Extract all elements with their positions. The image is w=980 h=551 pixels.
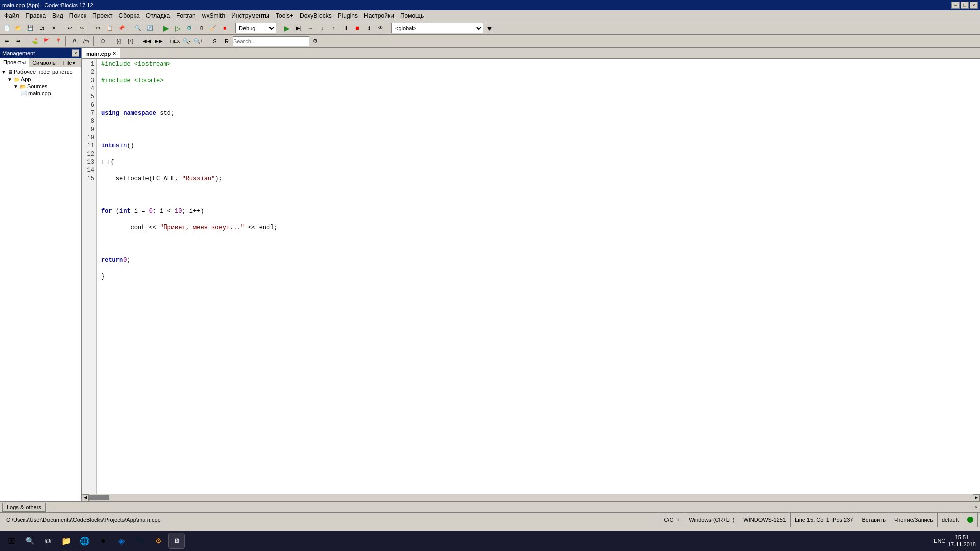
copy-button[interactable]: 📋 (104, 22, 115, 34)
tree-workspace[interactable]: ▼ 🖥 Рабочее пространство (1, 68, 80, 76)
sidebar-tab-file[interactable]: File ▸ (60, 58, 80, 67)
bottom-close-button[interactable]: × (975, 504, 978, 510)
taskbar-edge-button[interactable]: 🌐 (77, 533, 93, 549)
sidebar-tab-projects[interactable]: Проекты (0, 58, 29, 67)
global-select[interactable]: <global> (391, 23, 483, 33)
taskbar-explorer-button[interactable]: 📁 (58, 533, 75, 549)
horizontal-scrollbar[interactable]: ◀ ▶ (82, 494, 980, 501)
bookmark-prev[interactable]: ⛳ (29, 36, 40, 47)
redo-button[interactable]: ↪ (76, 22, 87, 34)
debug-run-to-cursor[interactable]: ▶| (293, 22, 304, 34)
bookmark-toggle[interactable]: 🚩 (41, 36, 52, 47)
menu-search[interactable]: Поиск (66, 10, 89, 21)
stop-button[interactable]: ■ (219, 22, 230, 34)
debug-info[interactable]: ℹ (363, 22, 375, 34)
build-target-select[interactable]: Debug Release (235, 23, 276, 33)
taskbar-start-button[interactable]: ⊞ (3, 533, 19, 549)
taskbar-chrome-button[interactable]: ● (95, 533, 111, 549)
jump-fwd[interactable]: ▶▶ (153, 36, 164, 47)
run-button[interactable]: ▷ (172, 22, 183, 34)
editor-tab-maincpp[interactable]: main.cpp × (82, 48, 120, 58)
debug-step-out[interactable]: ↑ (328, 22, 339, 34)
debug-pause[interactable]: ⏸ (340, 22, 351, 34)
replace-button[interactable]: 🔄 (144, 22, 155, 34)
r-btn[interactable]: R (221, 36, 232, 47)
menu-plugins[interactable]: Plugins (335, 10, 361, 21)
save-button[interactable]: 💾 (24, 22, 36, 34)
scroll-track[interactable] (89, 495, 973, 501)
tb2-btn2[interactable]: ➡ (13, 36, 24, 47)
watches-button[interactable]: 👁 (375, 22, 386, 34)
fold-btn[interactable]: [-] (113, 36, 125, 47)
tree-sources[interactable]: ▼ 📂 Sources (1, 83, 80, 90)
menu-build[interactable]: Сборка (116, 10, 143, 21)
tab-close-icon[interactable]: × (113, 51, 116, 56)
tb2-btn1[interactable]: ⬅ (1, 36, 12, 47)
close-button[interactable]: × (970, 2, 978, 9)
jump-back[interactable]: ◀◀ (141, 36, 153, 47)
uncomment-btn[interactable]: /**/ (81, 36, 92, 47)
minimize-button[interactable]: − (951, 2, 960, 9)
logs-tab[interactable]: Logs & others (2, 503, 46, 512)
menu-fortran[interactable]: Fortran (173, 10, 199, 21)
undo-button[interactable]: ↩ (64, 22, 76, 34)
save-all-button[interactable]: 🗂 (36, 22, 47, 34)
sidebar-tab-symbols[interactable]: Символы (29, 58, 60, 67)
unfold-btn[interactable]: [+] (125, 36, 136, 47)
search-bar-btn[interactable]: S (209, 36, 220, 47)
hex-btn[interactable]: HEX (169, 36, 181, 47)
code-line-14: } (101, 272, 976, 281)
menu-toolsplus[interactable]: Tools+ (273, 10, 297, 21)
debug-stop[interactable]: ⏹ (352, 22, 363, 34)
clean-button[interactable]: 🧹 (207, 22, 218, 34)
open-button[interactable]: 📂 (13, 22, 24, 34)
scroll-thumb[interactable] (89, 495, 109, 500)
maximize-button[interactable]: □ (961, 2, 969, 9)
sidebar-close-button[interactable]: × (72, 49, 79, 57)
file-tab-arrow-icon: ▸ (73, 60, 76, 65)
menu-edit[interactable]: Правка (22, 10, 50, 21)
tree-maincpp[interactable]: 📄 main.cpp (1, 90, 80, 97)
close-file-button[interactable]: ✕ (48, 22, 59, 34)
menu-wxsmith[interactable]: wxSmith (199, 10, 228, 21)
menu-help[interactable]: Помощь (397, 10, 427, 21)
debug-marker-btn[interactable]: ⬡ (97, 36, 108, 47)
tree-app[interactable]: ▼ 📁 App (1, 76, 80, 83)
new-button[interactable]: 📄 (1, 22, 12, 34)
paste-button[interactable]: 📌 (116, 22, 127, 34)
zoom-out-btn[interactable]: 🔍- (181, 36, 192, 47)
build-button[interactable]: ⚙ (184, 22, 195, 34)
menu-settings[interactable]: Настройки (361, 10, 397, 21)
menu-debug[interactable]: Отладка (143, 10, 173, 21)
menu-project[interactable]: Проект (89, 10, 116, 21)
code-container[interactable]: 12345 678910 1112131415 #include <iostre… (82, 59, 980, 494)
taskbar-search-button[interactable]: 🔍 (21, 533, 38, 549)
search-go[interactable]: ⚙ (310, 36, 321, 47)
menu-view[interactable]: Вид (49, 10, 66, 21)
taskbar-vscode-button[interactable]: ◈ (113, 533, 130, 549)
tray-lang: ENG (934, 538, 946, 544)
scroll-left-button[interactable]: ◀ (82, 494, 89, 502)
debug-next[interactable]: → (305, 22, 316, 34)
taskbar-cb-button[interactable]: ⚙ (150, 533, 166, 549)
taskbar-app-button[interactable]: 🖥 (168, 533, 185, 549)
comment-btn[interactable]: // (69, 36, 80, 47)
find-button[interactable]: 🔍 (132, 22, 143, 34)
build-run-button[interactable]: ▶ (160, 22, 172, 34)
menu-doxyblocks[interactable]: DoxyBlocks (297, 10, 335, 21)
collapse-btn-7[interactable]: [-] (101, 158, 109, 166)
code-editor[interactable]: #include <iostream> #include <locale> us… (97, 59, 980, 494)
taskbar-taskview-button[interactable]: ⧉ (40, 533, 56, 549)
rebuild-button[interactable]: ♻ (195, 22, 207, 34)
debug-step-in[interactable]: ↓ (316, 22, 328, 34)
scroll-right-button[interactable]: ▶ (973, 494, 980, 502)
debug-start-button[interactable]: ▶ (281, 22, 292, 34)
search-toolbar-input[interactable] (233, 36, 309, 46)
zoom-in-btn[interactable]: 🔍+ (193, 36, 204, 47)
cut-button[interactable]: ✂ (92, 22, 104, 34)
global-btn[interactable]: ▼ (484, 22, 495, 34)
menu-tools[interactable]: Инструменты (228, 10, 273, 21)
taskbar-ps-button[interactable]: Ps (132, 533, 148, 549)
bookmark-next[interactable]: 📍 (53, 36, 64, 47)
menu-file[interactable]: Файл (1, 10, 22, 21)
